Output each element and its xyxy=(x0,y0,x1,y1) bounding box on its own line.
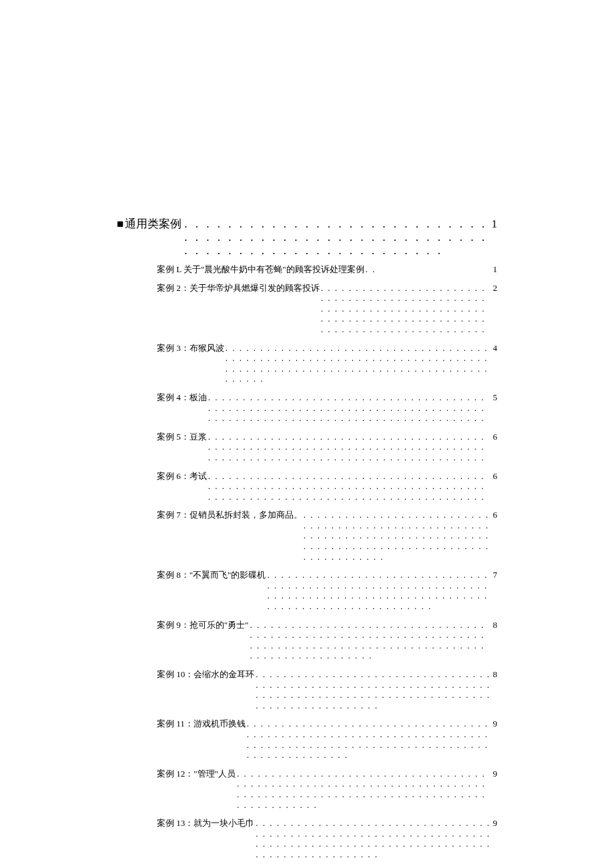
toc-entry: 案例 12："管理"人员 . . . . . . . . . . . . . .… xyxy=(157,769,497,810)
toc-label: 案例 5：豆浆 xyxy=(157,432,207,442)
toc-page-number: 7 xyxy=(493,570,498,580)
toc-page-number: 5 xyxy=(493,392,498,403)
toc-entry: 案例 7：促销员私拆封装，多加商品。 . . . . . . . . . . .… xyxy=(157,510,497,562)
leader-dots: . . . . . . . . . . . . . . . . . . . . … xyxy=(208,471,492,502)
toc-page-number: 9 xyxy=(493,769,498,779)
leader-dots: . . . . . . . . . . . . . . . . . . . . … xyxy=(250,620,491,661)
leader-dots: . . . . . . . . . . . . . . . . . . . . … xyxy=(208,432,492,463)
toc-entry: 案例 6：考试 . . . . . . . . . . . . . . . . … xyxy=(157,471,497,502)
toc-entry: 案例 10：会缩水的金耳环 . . . . . . . . . . . . . … xyxy=(157,669,497,711)
toc-entry: 案例 5：豆浆 . . . . . . . . . . . . . . . . … xyxy=(157,432,497,463)
toc-entry: 案例 13：就为一块小毛巾 . . . . . . . . . . . . . … xyxy=(157,818,497,859)
toc-label: 案例 8："不翼而飞"的影碟机 xyxy=(157,570,266,580)
toc-label: 案例 12："管理"人员 xyxy=(157,769,236,779)
toc-page-number: 4 xyxy=(493,343,498,354)
toc-page-number: 1 xyxy=(493,264,498,275)
section-page-number: 1 xyxy=(492,218,498,231)
toc-label: 案例 13：就为一块小毛巾 xyxy=(157,818,254,829)
leader-dots: . . . . . . . . . . . . . . . . . . . . … xyxy=(226,343,492,384)
leader-dots: . . . . . . . . . . . . . . . . . . . . … xyxy=(304,510,492,562)
toc-label: 案例 2：关于华帝炉具燃爆引发的顾客投诉 xyxy=(157,283,320,294)
leader-dots: . . xyxy=(366,264,492,275)
toc-label: 案例 L 关于"晨光酸牛奶中有苍蝇"的顾客投诉处理案例 xyxy=(157,264,364,275)
toc-page-number: 6 xyxy=(493,432,498,442)
section-title: 通用类案例 xyxy=(125,216,182,232)
toc-entry: 案例 9：抢可乐的"勇士" . . . . . . . . . . . . . … xyxy=(157,620,497,661)
toc-entry: 案例 11：游戏机币换钱 . . . . . . . . . . . . . .… xyxy=(157,719,497,760)
toc-entry: 案例 L 关于"晨光酸牛奶中有苍蝇"的顾客投诉处理案例 . . 1 xyxy=(157,264,497,275)
leader-dots: . . . . . . . . . . . . . . . . . . . . … xyxy=(256,818,491,859)
leader-dots: . . . . . . . . . . . . . . . . . . . . … xyxy=(237,769,492,810)
toc-page-number: 9 xyxy=(493,719,498,729)
toc-page-number: 8 xyxy=(493,620,498,630)
leader-dots: . . . . . . . . . . . . . . . . . . . . … xyxy=(247,719,492,760)
leader-dots: . . . . . . . . . . . . . . . . . . . . … xyxy=(184,218,489,258)
toc-label: 案例 7：促销员私拆封装，多加商品。 xyxy=(157,510,302,520)
toc-page-number: 6 xyxy=(493,510,498,520)
toc-label: 案例 10：会缩水的金耳环 xyxy=(157,669,254,680)
toc-page-number: 6 xyxy=(493,471,498,482)
toc-label: 案例 4：板油 xyxy=(157,392,207,403)
leader-dots: . . . . . . . . . . . . . . . . . . . . … xyxy=(321,283,492,335)
toc-page-number: 9 xyxy=(493,818,498,829)
toc-entry: 案例 3：布猴风波 . . . . . . . . . . . . . . . … xyxy=(157,343,497,384)
toc-label: 案例 6：考试 xyxy=(157,471,207,482)
leader-dots: . . . . . . . . . . . . . . . . . . . . … xyxy=(208,392,492,424)
leader-dots: . . . . . . . . . . . . . . . . . . . . … xyxy=(256,669,491,711)
section-heading-general: ■ 通用类案例 . . . . . . . . . . . . . . . . … xyxy=(117,216,497,258)
toc-page-number: 8 xyxy=(493,669,498,680)
toc-entry: 案例 4：板油 . . . . . . . . . . . . . . . . … xyxy=(157,392,497,424)
toc-entry: 案例 8："不翼而飞"的影碟机 . . . . . . . . . . . . … xyxy=(157,570,497,611)
square-marker-icon: ■ xyxy=(117,218,123,230)
toc-label: 案例 3：布猴风波 xyxy=(157,343,224,354)
toc-page: ■ 通用类案例 . . . . . . . . . . . . . . . . … xyxy=(0,0,614,868)
toc-label: 案例 9：抢可乐的"勇士" xyxy=(157,620,248,630)
toc-page-number: 2 xyxy=(493,283,498,294)
toc-entry: 案例 2：关于华帝炉具燃爆引发的顾客投诉 . . . . . . . . . .… xyxy=(157,283,497,335)
leader-dots: . . . . . . . . . . . . . . . . . . . . … xyxy=(267,570,491,611)
toc-label: 案例 11：游戏机币换钱 xyxy=(157,719,246,729)
